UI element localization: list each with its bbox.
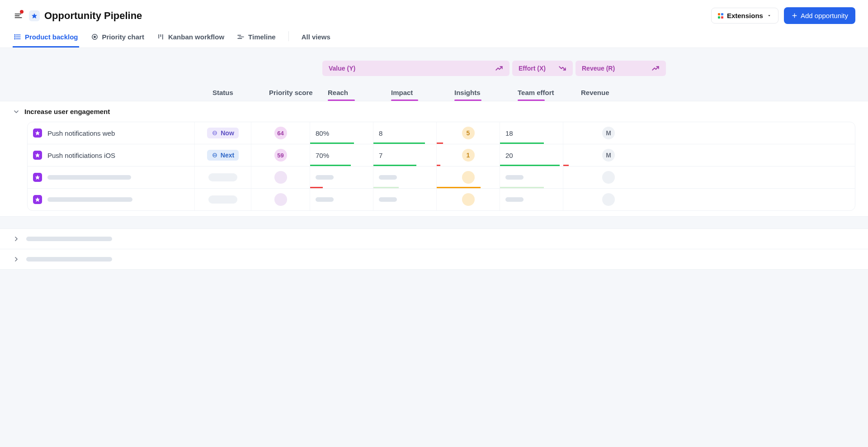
page-title: Opportunity Pipeline xyxy=(44,10,142,22)
row-name: Push notifications web xyxy=(47,129,115,137)
dimension-revenue[interactable]: Reveue (R) xyxy=(576,61,666,76)
tab-label: Timeline xyxy=(248,33,276,41)
revenue-badge: M xyxy=(602,149,615,162)
group-header-collapsed[interactable] xyxy=(0,228,868,249)
svg-point-9 xyxy=(14,35,15,35)
target-icon xyxy=(91,33,99,41)
status-badge[interactable]: Next xyxy=(207,150,239,161)
column-header-status[interactable]: Status xyxy=(207,84,264,101)
status-badge[interactable]: Now xyxy=(207,128,239,138)
svg-marker-23 xyxy=(35,153,40,157)
priority-score-badge: 59 xyxy=(274,149,287,162)
reach-value: 70% xyxy=(316,152,329,159)
dimension-label: Value (Y) xyxy=(329,65,355,72)
chevron-down-icon xyxy=(767,13,772,18)
svg-marker-26 xyxy=(35,175,40,180)
opportunity-star-icon xyxy=(33,128,42,138)
extensions-button[interactable]: Extensions xyxy=(711,8,778,24)
tab-label: Priority chart xyxy=(102,33,144,41)
column-header-reach[interactable]: Reach xyxy=(322,84,386,101)
svg-marker-3 xyxy=(32,13,37,19)
dimension-value[interactable]: Value (Y) xyxy=(322,61,509,76)
timeline-icon xyxy=(237,33,245,41)
extensions-label: Extensions xyxy=(727,12,763,19)
status-label: Next xyxy=(221,152,234,159)
opportunity-star-icon xyxy=(33,173,42,182)
svg-point-13 xyxy=(94,36,95,38)
dimension-effort[interactable]: Effort (X) xyxy=(512,61,573,76)
column-header-priority-score[interactable]: Priority score xyxy=(264,84,322,101)
tab-label: Product backlog xyxy=(25,33,78,41)
tab-label: All views xyxy=(302,33,330,41)
list-icon xyxy=(14,33,21,41)
row-name: Push notificiations iOS xyxy=(47,152,115,159)
tab-kanban[interactable]: Kanban workflow xyxy=(156,29,225,48)
chevron-right-icon xyxy=(13,256,20,263)
table-row-placeholder xyxy=(28,189,855,210)
add-opportunity-label: Add opportunity xyxy=(801,12,848,19)
tab-product-backlog[interactable]: Product backlog xyxy=(13,29,79,48)
menu-button[interactable] xyxy=(13,10,24,22)
svg-point-10 xyxy=(14,37,15,37)
status-label: Now xyxy=(221,129,234,137)
team-effort-value: 18 xyxy=(505,129,513,137)
dimension-label: Effort (X) xyxy=(519,65,546,72)
insights-badge: 1 xyxy=(462,149,475,162)
tab-timeline[interactable]: Timeline xyxy=(236,29,277,48)
status-dot-icon xyxy=(212,152,218,158)
revenue-badge: M xyxy=(602,127,615,139)
column-header-insights[interactable]: Insights xyxy=(449,84,512,101)
column-header-team-effort[interactable]: Team effort xyxy=(512,84,576,101)
column-header-revenue[interactable]: Revenue xyxy=(576,84,666,101)
svg-marker-27 xyxy=(35,197,40,202)
tab-separator xyxy=(288,31,289,41)
impact-value: 8 xyxy=(379,129,382,137)
tab-priority-chart[interactable]: Priority chart xyxy=(90,29,145,48)
trend-up-icon xyxy=(651,64,660,72)
tab-all-views[interactable]: All views xyxy=(301,29,331,48)
column-header-impact[interactable]: Impact xyxy=(386,84,449,101)
svg-marker-20 xyxy=(35,131,40,135)
group-name: Increase user engagement xyxy=(24,108,110,115)
impact-value: 7 xyxy=(379,152,382,159)
priority-score-badge: 64 xyxy=(274,127,287,139)
status-dot-icon xyxy=(212,130,218,136)
trend-down-icon xyxy=(558,64,566,72)
team-effort-value: 20 xyxy=(505,152,513,159)
group-header-collapsed[interactable] xyxy=(0,249,868,270)
tab-label: Kanban workflow xyxy=(168,33,224,41)
add-opportunity-button[interactable]: Add opportunity xyxy=(784,7,855,24)
notification-dot-icon xyxy=(20,10,24,14)
project-star-icon xyxy=(29,10,40,21)
insights-badge: 5 xyxy=(462,127,475,139)
opportunity-star-icon xyxy=(33,195,42,204)
reach-value: 80% xyxy=(316,129,329,137)
trend-up-icon xyxy=(495,64,503,72)
svg-point-11 xyxy=(14,38,15,39)
kanban-icon xyxy=(157,33,165,41)
plus-icon xyxy=(791,12,798,19)
table-row-placeholder xyxy=(28,166,855,189)
table-row[interactable]: Push notifications web Now 64 8 xyxy=(28,122,855,144)
table-row[interactable]: Push notificiations iOS Next 59 xyxy=(28,144,855,166)
extensions-icon xyxy=(718,13,723,19)
chevron-down-icon xyxy=(13,108,20,115)
group-header-engagement[interactable]: Increase user engagement xyxy=(0,101,868,122)
dimension-label: Reveue (R) xyxy=(582,65,615,72)
chevron-right-icon xyxy=(13,235,20,243)
opportunity-star-icon xyxy=(33,151,42,160)
